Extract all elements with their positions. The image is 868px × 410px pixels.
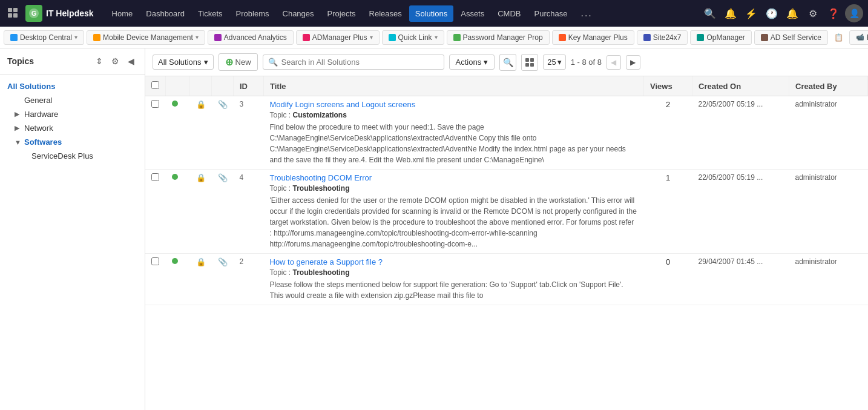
tab-icon-pwmgr (453, 34, 461, 41)
next-page-btn[interactable]: ▶ (626, 55, 640, 70)
per-page-select[interactable]: 25 ▾ (543, 55, 565, 70)
solutions-table-wrapper: ID Title Views Created On Created By (145, 76, 868, 410)
nav-right-icons: 🔍 🔔 ⚡ 🕐 🔔 ⚙ ❓ 👤 (701, 4, 863, 22)
content-toolbar: All Solutions ▾ ⊕ New 🔍 Actions ▾ 🔍 25 ▾ (145, 48, 868, 76)
tab-opmanager[interactable]: OpManager (690, 30, 751, 45)
nav-assets[interactable]: Assets (455, 5, 490, 22)
new-button[interactable]: ⊕ New (219, 53, 258, 71)
row-id-0: 3 (234, 96, 264, 170)
row-createdby-2: administrator (789, 254, 868, 305)
nav-purchase[interactable]: Purchase (528, 5, 574, 22)
row-checkbox-2[interactable] (151, 257, 159, 265)
nav-releases[interactable]: Releases (363, 5, 408, 22)
tab-bar: Desktop Central ▾ Mobile Device Manageme… (0, 27, 868, 48)
tab-ad-selfservice[interactable]: AD Self Service (754, 30, 828, 45)
search-icon-btn[interactable]: 🔍 (701, 4, 719, 22)
search-input[interactable] (281, 58, 439, 67)
entry-title-2[interactable]: How to generate a Support file ? (270, 257, 638, 266)
nav-dashboard[interactable]: Dashboard (140, 5, 191, 22)
tab-note-icon[interactable]: 📋 (830, 32, 847, 43)
app-grid-icon[interactable] (5, 5, 22, 22)
row-checkbox-0[interactable] (151, 100, 159, 108)
entry-title-0[interactable]: Modify Login screens and Logout screens (270, 100, 638, 109)
sidebar-settings-btn[interactable]: ⚙ (108, 55, 122, 68)
pagination-info: 1 - 8 of 8 (571, 58, 602, 67)
table-row: 🔒 📎 3 Modify Login screens and Logout sc… (145, 96, 868, 170)
svg-rect-2 (8, 13, 12, 18)
lock-icon-2: 🔒 (196, 257, 206, 266)
history-icon-btn[interactable]: 🕐 (763, 4, 781, 22)
search-toggle-btn[interactable]: 🔍 (499, 54, 516, 71)
logo-area: G IT Helpdesk (25, 5, 94, 22)
main-layout: Topics ⇕ ⚙ ◀ All Solutions General ▶ Har… (0, 48, 868, 410)
tab-admanager[interactable]: ADManager Plus ▾ (296, 30, 380, 45)
tab-desktop-central[interactable]: Desktop Central ▾ (4, 30, 84, 45)
select-all-checkbox[interactable] (151, 81, 159, 89)
entry-preview-0: Find below the procedure to meet with yo… (270, 122, 638, 165)
tab-quicklink[interactable]: Quick Link ▾ (382, 30, 444, 45)
svg-rect-1 (13, 8, 18, 12)
entry-topic-0: Topic : Customizations (270, 111, 638, 119)
nav-projects[interactable]: Projects (321, 5, 362, 22)
svg-text:G: G (31, 10, 37, 17)
lightning-icon-btn[interactable]: ⚡ (742, 4, 760, 22)
svg-rect-8 (525, 63, 529, 67)
tab-icon-analytics (214, 34, 222, 41)
svg-rect-6 (525, 58, 529, 62)
tab-arrow-3: ▾ (370, 34, 373, 41)
settings-icon-btn[interactable]: ⚙ (804, 4, 822, 22)
sidebar-item-network[interactable]: ▶ Network (0, 121, 145, 135)
nav-cmdb[interactable]: CMDB (492, 5, 527, 22)
svg-rect-9 (530, 63, 534, 67)
sidebar-item-hardware[interactable]: ▶ Hardware (0, 107, 145, 121)
svg-rect-7 (530, 58, 534, 62)
nav-solutions[interactable]: Solutions (409, 5, 453, 22)
table-row: 🔒 📎 4 Troubleshooting DCOM Error Topic :… (145, 170, 868, 254)
tab-mdm[interactable]: Mobile Device Management ▾ (87, 30, 205, 45)
sidebar-item-general[interactable]: General (0, 93, 145, 107)
row-attach-cell: 📎 (212, 96, 234, 170)
sidebar-item-softwares[interactable]: ▼ Softwares (0, 135, 145, 149)
prev-page-btn[interactable]: ◀ (607, 55, 621, 70)
lock-icon-0: 🔒 (196, 100, 206, 109)
tab-arrow-1: ▾ (196, 34, 199, 41)
actions-button[interactable]: Actions ▾ (449, 55, 495, 70)
tab-site24x7[interactable]: Site24x7 (637, 30, 688, 45)
nav-tickets[interactable]: Tickets (192, 5, 229, 22)
col-header-views: Views (644, 76, 692, 96)
tab-icon-admanager (303, 34, 310, 41)
all-solutions-filter-btn[interactable]: All Solutions ▾ (153, 55, 214, 70)
col-header-attach (212, 76, 234, 96)
lock-icon-1: 🔒 (196, 173, 206, 182)
user-avatar[interactable]: 👤 (845, 4, 863, 22)
row-checkbox-1[interactable] (151, 173, 159, 181)
nav-more[interactable]: ... (574, 4, 598, 22)
tab-product-overview[interactable]: 📹 Product Overview 1 (849, 30, 868, 45)
status-dot-1 (172, 174, 178, 180)
notifications-icon-btn[interactable]: 🔔 (722, 4, 740, 22)
col-header-status (166, 76, 190, 96)
nav-home[interactable]: Home (106, 5, 139, 22)
row-id-1: 4 (234, 170, 264, 254)
bell-icon-btn[interactable]: 🔔 (783, 4, 801, 22)
grid-view-btn[interactable] (521, 54, 538, 71)
row-checkbox-cell (145, 254, 166, 305)
tab-arrow-0: ▾ (74, 34, 77, 41)
sidebar-item-servicedesk-plus[interactable]: ServiceDesk Plus (0, 149, 145, 163)
tab-advanced-analytics[interactable]: Advanced Analytics (208, 30, 294, 45)
row-title-cell-0: Modify Login screens and Logout screens … (264, 96, 644, 170)
help-icon-btn[interactable]: ❓ (824, 4, 843, 22)
search-box: 🔍 (263, 55, 444, 70)
entry-title-1[interactable]: Troubleshooting DCOM Error (270, 173, 638, 182)
attach-icon-1: 📎 (218, 173, 228, 182)
sidebar-item-all-solutions[interactable]: All Solutions (0, 79, 145, 93)
attach-icon-0: 📎 (218, 100, 228, 109)
row-created-1: 22/05/2007 05:19 ... (692, 170, 789, 254)
sidebar-hide-btn[interactable]: ◀ (124, 55, 137, 68)
entry-topic-1: Topic : Troubleshooting (270, 184, 638, 193)
nav-problems[interactable]: Problems (230, 5, 275, 22)
sidebar-collapse-btn[interactable]: ⇕ (93, 55, 106, 68)
tab-password-manager[interactable]: Password Manager Prop (447, 30, 550, 45)
tab-key-manager[interactable]: Key Manager Plus (552, 30, 634, 45)
nav-changes[interactable]: Changes (277, 5, 320, 22)
